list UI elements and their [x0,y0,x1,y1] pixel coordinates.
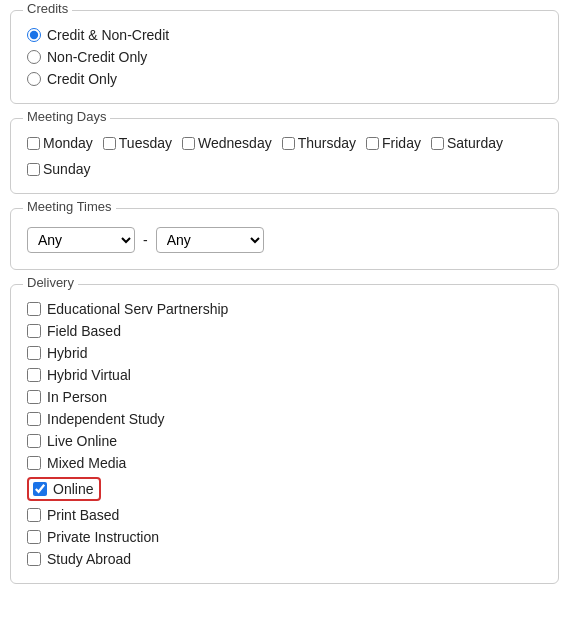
field-based-checkbox[interactable] [27,324,41,338]
hybrid-virtual-item[interactable]: Hybrid Virtual [27,367,542,383]
meeting-days-title: Meeting Days [23,109,110,124]
online-label: Online [53,481,93,497]
private-instruction-item[interactable]: Private Instruction [27,529,542,545]
field-based-item[interactable]: Field Based [27,323,542,339]
time-separator: - [143,232,148,248]
meeting-times-title: Meeting Times [23,199,116,214]
educational-serv-checkbox[interactable] [27,302,41,316]
online-item[interactable]: Online [27,477,101,501]
credits-radio-group: Credit & Non-Credit Non-Credit Only Cred… [27,27,542,87]
monday-day[interactable]: Monday [27,135,93,151]
thursday-day[interactable]: Thursday [282,135,356,151]
hybrid-virtual-label: Hybrid Virtual [47,367,131,383]
thursday-label: Thursday [298,135,356,151]
print-based-item[interactable]: Print Based [27,507,542,523]
hybrid-virtual-checkbox[interactable] [27,368,41,382]
tuesday-label: Tuesday [119,135,172,151]
saturday-label: Saturday [447,135,503,151]
study-abroad-item[interactable]: Study Abroad [27,551,542,567]
sunday-label: Sunday [43,161,90,177]
credit-noncredit-option[interactable]: Credit & Non-Credit [27,27,542,43]
credits-section: Credits Credit & Non-Credit Non-Credit O… [10,10,559,104]
independent-study-checkbox[interactable] [27,412,41,426]
meeting-times-section: Meeting Times Any 6:00 AM7:00 AM8:00 AM … [10,208,559,270]
tuesday-day[interactable]: Tuesday [103,135,172,151]
credit-only-radio[interactable] [27,72,41,86]
educational-serv-item[interactable]: Educational Serv Partnership [27,301,542,317]
live-online-label: Live Online [47,433,117,449]
print-based-checkbox[interactable] [27,508,41,522]
sunday-day[interactable]: Sunday [27,161,90,177]
print-based-label: Print Based [47,507,119,523]
wednesday-day[interactable]: Wednesday [182,135,272,151]
hybrid-checkbox[interactable] [27,346,41,360]
tuesday-checkbox[interactable] [103,137,116,150]
study-abroad-checkbox[interactable] [27,552,41,566]
mixed-media-label: Mixed Media [47,455,126,471]
in-person-item[interactable]: In Person [27,389,542,405]
days-row: Monday Tuesday Wednesday Thursday Friday… [27,135,542,177]
private-instruction-label: Private Instruction [47,529,159,545]
credit-noncredit-radio[interactable] [27,28,41,42]
study-abroad-label: Study Abroad [47,551,131,567]
thursday-checkbox[interactable] [282,137,295,150]
monday-label: Monday [43,135,93,151]
delivery-section: Delivery Educational Serv Partnership Fi… [10,284,559,584]
delivery-checkbox-group: Educational Serv Partnership Field Based… [27,301,542,567]
independent-study-item[interactable]: Independent Study [27,411,542,427]
wednesday-checkbox[interactable] [182,137,195,150]
meeting-time-from[interactable]: Any 6:00 AM7:00 AM8:00 AM 9:00 AM10:00 A… [27,227,135,253]
friday-day[interactable]: Friday [366,135,421,151]
online-checkbox[interactable] [33,482,47,496]
wednesday-label: Wednesday [198,135,272,151]
mixed-media-item[interactable]: Mixed Media [27,455,542,471]
hybrid-item[interactable]: Hybrid [27,345,542,361]
friday-label: Friday [382,135,421,151]
credit-only-option[interactable]: Credit Only [27,71,542,87]
credit-noncredit-label: Credit & Non-Credit [47,27,169,43]
in-person-label: In Person [47,389,107,405]
educational-serv-label: Educational Serv Partnership [47,301,228,317]
meeting-days-section: Meeting Days Monday Tuesday Wednesday Th… [10,118,559,194]
delivery-title: Delivery [23,275,78,290]
mixed-media-checkbox[interactable] [27,456,41,470]
noncredit-only-option[interactable]: Non-Credit Only [27,49,542,65]
noncredit-only-label: Non-Credit Only [47,49,147,65]
hybrid-label: Hybrid [47,345,87,361]
saturday-day[interactable]: Saturday [431,135,503,151]
credit-only-label: Credit Only [47,71,117,87]
live-online-item[interactable]: Live Online [27,433,542,449]
times-row: Any 6:00 AM7:00 AM8:00 AM 9:00 AM10:00 A… [27,227,542,253]
in-person-checkbox[interactable] [27,390,41,404]
credits-title: Credits [23,1,72,16]
live-online-checkbox[interactable] [27,434,41,448]
independent-study-label: Independent Study [47,411,165,427]
noncredit-only-radio[interactable] [27,50,41,64]
saturday-checkbox[interactable] [431,137,444,150]
sunday-checkbox[interactable] [27,163,40,176]
friday-checkbox[interactable] [366,137,379,150]
field-based-label: Field Based [47,323,121,339]
private-instruction-checkbox[interactable] [27,530,41,544]
monday-checkbox[interactable] [27,137,40,150]
meeting-time-to[interactable]: Any 6:00 AM7:00 AM8:00 AM 9:00 AM10:00 A… [156,227,264,253]
